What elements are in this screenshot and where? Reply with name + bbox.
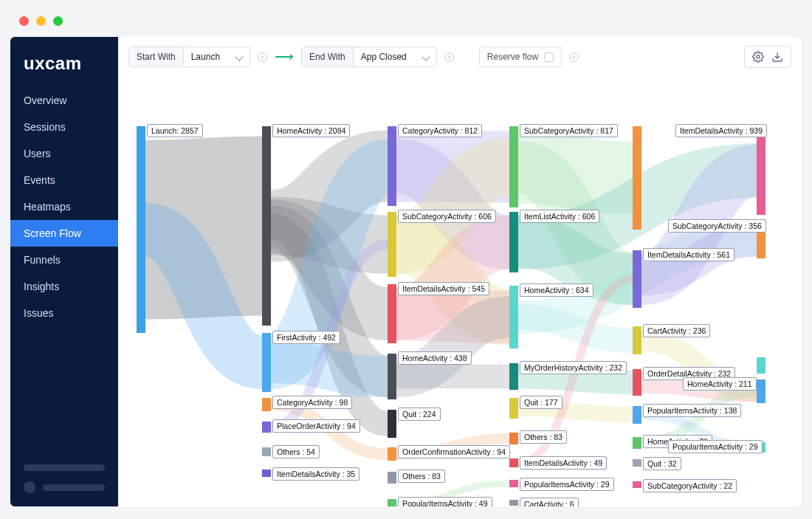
sankey-node-label[interactable]: SubCategoryActivity : 606: [398, 210, 496, 223]
sankey-node-bar[interactable]: [262, 470, 271, 477]
sankey-node-bar[interactable]: [262, 398, 271, 411]
sankey-node-bar[interactable]: [262, 422, 271, 433]
sankey-node-bar[interactable]: [757, 126, 765, 215]
sidebar: uxcam OverviewSessionsUsersEventsHeatmap…: [10, 37, 118, 506]
sankey-node-bar[interactable]: [509, 126, 518, 207]
sankey-node-label[interactable]: Quit : 224: [398, 408, 441, 421]
sankey-node-bar[interactable]: [633, 437, 641, 449]
sankey-node-label[interactable]: SubCategoryActivity : 356: [668, 219, 766, 233]
sankey-node-bar[interactable]: [509, 212, 518, 272]
end-with-select[interactable]: App Closed: [354, 47, 436, 66]
sidebar-item-screen-flow[interactable]: Screen Flow: [10, 220, 118, 247]
sankey-node-bar[interactable]: [262, 333, 271, 392]
arrow-right-icon: ⟶: [275, 49, 294, 65]
toolbar: Start With Launch i ⟶ End With App Close…: [118, 37, 802, 77]
sankey-node-bar[interactable]: [633, 406, 641, 424]
sankey-node-bar[interactable]: [633, 250, 641, 308]
sidebar-item-issues[interactable]: Issues: [10, 300, 118, 326]
sankey-node-bar[interactable]: [633, 369, 641, 396]
window-controls: [19, 16, 63, 26]
reserve-flow-label: Reserve flow: [487, 52, 538, 62]
sankey-node-bar[interactable]: [388, 126, 396, 206]
sankey-node-label[interactable]: Launch: 2857: [147, 124, 203, 137]
sankey-node-label[interactable]: FirstActivity : 492: [272, 331, 340, 344]
sankey-node-bar[interactable]: [388, 354, 396, 399]
sidebar-item-sessions[interactable]: Sessions: [10, 114, 118, 140]
info-icon[interactable]: i: [444, 52, 454, 62]
sankey-node-label[interactable]: ItemDetailsActivity : 939: [675, 124, 767, 137]
sidebar-item-insights[interactable]: Insights: [10, 273, 118, 300]
start-with-select[interactable]: Launch: [184, 47, 250, 66]
sankey-node-bar[interactable]: [388, 472, 396, 484]
sankey-node-label[interactable]: MyOrderHistoryActivity : 232: [520, 361, 627, 374]
sankey-node-bar[interactable]: [388, 410, 396, 438]
sankey-node-label[interactable]: ItemDetailsActivity : 49: [520, 456, 607, 470]
sankey-node-label[interactable]: CategoryActivity : 812: [398, 124, 482, 137]
sankey-node-label[interactable]: Others : 83: [520, 430, 567, 444]
sankey-node-label[interactable]: PopularItemsActivity : 49: [398, 497, 492, 506]
sankey-node-label[interactable]: ItemListActivity : 606: [520, 210, 599, 223]
sidebar-item-events[interactable]: Events: [10, 167, 118, 193]
sankey-node-bar[interactable]: [509, 458, 518, 467]
sankey-node-label[interactable]: CategoryActivity : 98: [272, 396, 352, 409]
sankey-node-bar[interactable]: [262, 126, 271, 326]
sankey-node-bar[interactable]: [757, 357, 765, 374]
start-with-group: Start With Launch: [128, 47, 250, 67]
sankey-node-label[interactable]: PopularItemsActivity : 29: [668, 440, 763, 453]
sidebar-item-funnels[interactable]: Funnels: [10, 247, 118, 273]
sankey-node-bar[interactable]: [509, 480, 518, 487]
sankey-node-label[interactable]: HomeActivity : 438: [398, 351, 472, 365]
sankey-node-bar[interactable]: [388, 284, 396, 343]
svg-point-0: [757, 55, 760, 58]
sankey-node-bar[interactable]: [388, 447, 396, 461]
download-icon[interactable]: [771, 51, 783, 63]
sankey-node-bar[interactable]: [509, 363, 518, 390]
sankey-node-label[interactable]: Others : 83: [398, 470, 445, 483]
sidebar-item-overview[interactable]: Overview: [10, 87, 118, 114]
sankey-node-label[interactable]: HomeActivity : 211: [683, 377, 757, 391]
sankey-node-bar[interactable]: [262, 447, 271, 456]
info-icon[interactable]: i: [258, 52, 267, 62]
sankey-node-bar[interactable]: [509, 433, 518, 444]
sankey-node-label[interactable]: Others : 54: [272, 445, 320, 458]
reserve-flow-group: Reserve flow: [479, 47, 562, 67]
sankey-node-label[interactable]: Quit : 32: [643, 457, 681, 470]
sankey-node-bar[interactable]: [633, 481, 641, 488]
reserve-flow-checkbox[interactable]: [544, 52, 554, 62]
sankey-node-label[interactable]: ItemDetailsActivity : 35: [272, 467, 359, 481]
sankey-node-bar[interactable]: [137, 126, 145, 333]
sankey-node-label[interactable]: SubCategoryActivity : 22: [643, 479, 737, 492]
sankey-node-bar[interactable]: [509, 286, 518, 348]
sankey-node-bar[interactable]: [757, 379, 765, 403]
minimize-icon[interactable]: [36, 16, 46, 26]
zoom-icon[interactable]: [53, 16, 63, 26]
sankey-node-label[interactable]: Quit : 177: [520, 396, 562, 409]
sankey-node-label[interactable]: HomeActivity : 634: [520, 283, 593, 297]
sankey-chart[interactable]: Launch: 2857HomeActivity : 2084FirstActi…: [118, 77, 802, 506]
sidebar-item-heatmaps[interactable]: Heatmaps: [10, 193, 118, 220]
sankey-node-bar[interactable]: [633, 459, 641, 467]
sankey-node-label[interactable]: ItemDetailsActivity : 545: [398, 282, 489, 295]
placeholder-line: [24, 464, 105, 471]
sankey-node-bar[interactable]: [509, 398, 518, 419]
sidebar-nav: OverviewSessionsUsersEventsHeatmapsScree…: [10, 87, 118, 326]
sidebar-item-users[interactable]: Users: [10, 140, 118, 167]
sankey-node-label[interactable]: HomeActivity : 2084: [272, 124, 350, 137]
sankey-node-label[interactable]: CartActivity : 236: [643, 324, 710, 337]
gear-icon[interactable]: [752, 51, 764, 63]
sankey-node-label[interactable]: PopularItemsActivity : 138: [643, 404, 741, 417]
sankey-node-label[interactable]: PlaceOrderActivity : 94: [272, 419, 360, 433]
sankey-node-bar[interactable]: [633, 126, 641, 230]
sankey-node-label[interactable]: PopularItemsActivity : 29: [520, 478, 614, 491]
sankey-node-label[interactable]: SubCategoryActivity : 817: [520, 124, 618, 137]
sankey-node-label[interactable]: CartActivity : 6: [520, 498, 579, 506]
sankey-node-label[interactable]: OrderConfirmationActivity : 94: [398, 445, 510, 458]
sankey-node-bar[interactable]: [388, 212, 396, 277]
info-icon[interactable]: i: [569, 52, 579, 62]
sankey-node-label[interactable]: ItemDetailsActivity : 561: [643, 248, 734, 261]
sankey-node-bar[interactable]: [388, 499, 396, 506]
sankey-node-bar[interactable]: [633, 326, 641, 354]
close-icon[interactable]: [19, 16, 29, 26]
start-with-label: Start With: [129, 47, 184, 66]
sankey-node-bar[interactable]: [509, 500, 518, 506]
